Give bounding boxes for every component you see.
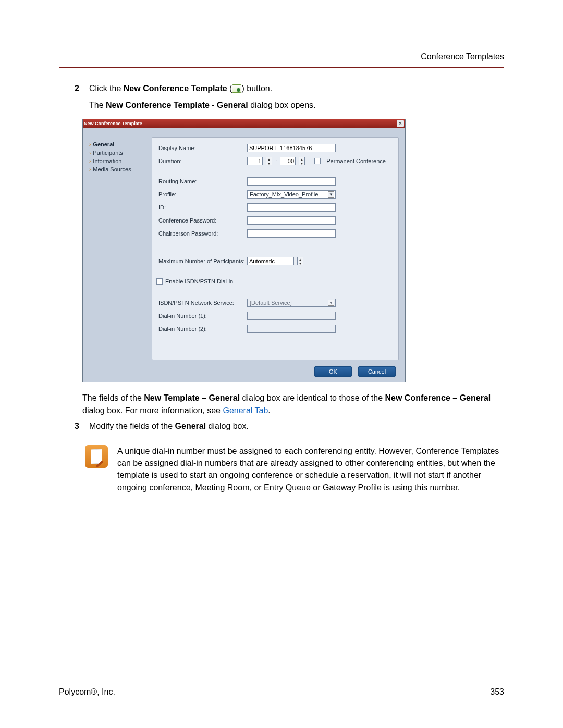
label-routing: Routing Name: [158,178,247,184]
label-permanent: Permanent Conference [326,158,386,164]
t: The [89,101,106,109]
permanent-conference-checkbox[interactable] [314,158,321,164]
step-body: Modify the fields of the General dialog … [89,420,504,433]
dialin2-input [247,325,336,333]
t: dialog box are identical to those of the [240,393,385,402]
general-tab-link[interactable]: General Tab [223,406,268,415]
t: . [268,406,270,415]
label-display-name: Display Name: [158,145,247,151]
conference-password-input[interactable] [247,216,336,225]
step-2-sub: The New Conference Template - General di… [89,99,504,112]
step-number: 3 [75,420,89,433]
nav-participants[interactable]: ›Participants [89,149,152,157]
form-divider [152,292,398,292]
label-confpw: Conference Password: [158,217,247,224]
t: dialog box. For more information, see [82,406,223,415]
footer-page-number: 353 [490,687,504,697]
nav-label: General [93,141,114,147]
isdn-service-value: [Default Service] [250,300,292,306]
dialog-footer: OK Cancel [83,363,405,382]
form-general: Display Name: Duration: ▲▼ : ▲▼ Permanen… [152,137,399,360]
duration-hours-input[interactable] [247,157,263,165]
routing-name-input[interactable] [247,177,336,186]
note-icon [85,445,108,468]
follow-paragraph: The fields of the New Template – General… [82,392,504,417]
nav-label: Information [93,158,121,164]
chevron-down-icon: ▼ [328,191,334,198]
dialin1-input [247,312,336,320]
step-2: 2 Click the New Conference Template () b… [75,82,504,95]
t: The fields of the [82,393,144,402]
max-participants-input[interactable] [247,257,294,265]
step-body: Click the New Conference Template () but… [89,82,504,95]
page-header: Conference Templates [59,52,504,68]
ok-label: OK [329,368,337,375]
label-id: ID: [158,204,247,211]
duration-sep: : [275,158,277,164]
chevron-down-icon: ▼ [328,300,334,306]
enable-isdn-checkbox[interactable] [156,278,163,285]
step-number: 2 [75,82,89,95]
t: dialog box opens. [248,101,316,109]
label-isdn-service: ISDN/PSTN Network Service: [158,300,247,306]
t: New Conference Template [124,84,227,93]
t: ) button. [241,84,272,93]
dialog-nav: ›General ›Participants ›Information ›Med… [89,137,152,360]
t: New Conference Template - General [106,101,248,109]
chevron-right-icon: › [89,150,91,156]
chevron-right-icon: › [89,167,91,172]
note-text: A unique dial-in number must be assigned… [117,445,504,493]
nav-information[interactable]: ›Information [89,157,152,165]
hours-spinner[interactable]: ▲▼ [266,157,272,165]
label-dialin1: Dial-in Number (1): [158,313,247,319]
dialog-title: New Conference Template [84,121,397,126]
nav-label: Media Sources [93,166,131,172]
close-icon[interactable]: ✕ [397,120,404,127]
cancel-button[interactable]: Cancel [358,366,396,377]
footer-company: Polycom®, Inc. [59,687,115,697]
chevron-right-icon: › [89,142,91,147]
label-dialin2: Dial-in Number (2): [158,326,247,332]
t: General [175,422,206,430]
chairperson-password-input[interactable] [247,229,336,238]
isdn-service-select: [Default Service] ▼ [247,299,336,307]
ok-button[interactable]: OK [314,366,352,377]
id-input[interactable] [247,203,336,212]
nav-media-sources[interactable]: ›Media Sources [89,165,152,174]
duration-minutes-input[interactable] [280,157,296,165]
label-chairpw: Chairperson Password: [158,230,247,237]
maxpart-spinner[interactable]: ▲▼ [297,257,303,265]
dialog-titlebar: New Conference Template ✕ [83,119,405,128]
section-title: Conference Templates [421,52,504,61]
t: ( [227,84,232,93]
step-3: 3 Modify the fields of the General dialo… [75,420,504,433]
label-enable-isdn: Enable ISDN/PSTN Dial-in [165,278,233,285]
profile-value: Factory_Mix_Video_Profile [250,191,318,198]
nav-general[interactable]: ›General [89,140,152,149]
t: Modify the fields of the [89,422,175,430]
label-profile: Profile: [158,191,247,198]
label-maxpart: Maximum Number of Participants: [158,258,247,264]
t: New Conference – General [385,393,491,402]
chevron-right-icon: › [89,158,91,164]
page-footer: Polycom®, Inc. 353 [59,687,504,697]
new-conference-template-icon [232,84,241,93]
t: Click the [89,84,124,93]
t: New Template – General [144,393,240,402]
minutes-spinner[interactable]: ▲▼ [299,157,305,165]
nav-label: Participants [93,150,123,156]
cancel-label: Cancel [368,368,386,375]
label-duration: Duration: [158,158,247,164]
profile-select[interactable]: Factory_Mix_Video_Profile ▼ [247,190,336,199]
t: dialog box. [206,422,249,430]
new-conference-template-dialog: New Conference Template ✕ ›General ›Part… [82,119,406,382]
display-name-input[interactable] [247,144,336,152]
note-block: A unique dial-in number must be assigned… [85,445,504,493]
